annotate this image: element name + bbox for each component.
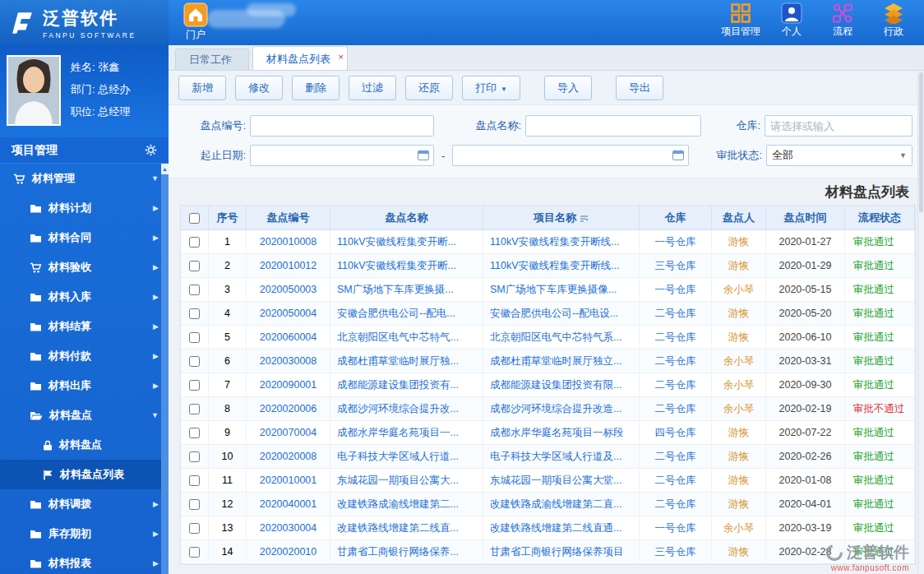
table-row[interactable]: 12020010008110kV安徽线程集变开断...110kV安徽线程集变开断… [181, 230, 915, 254]
topnav-item-2[interactable]: 流程 [817, 2, 868, 39]
cell-project[interactable]: 改建铁路成渝线增建第二直... [483, 493, 640, 516]
cell-name[interactable]: SM广场地下车库更换摄... [330, 278, 483, 301]
sidebar-item-2[interactable]: 材料合同▶ [0, 223, 169, 252]
cell-project[interactable]: 东城花园一期项目公寓大堂... [483, 469, 640, 492]
cell-code[interactable]: 2020030004 [247, 516, 330, 539]
row-checkbox[interactable] [189, 308, 200, 319]
cell-name[interactable]: 东城花园一期项目公寓大... [330, 469, 483, 492]
table-row[interactable]: 132020030004改建铁路线增建第二线直...改建铁路线增建第二线直通..… [181, 516, 915, 540]
cell-name[interactable]: 成都水岸华庭名苑项目一... [330, 421, 483, 444]
cell-warehouse[interactable]: 二号仓库 [640, 445, 712, 468]
cell-name[interactable]: 安徽合肥供电公司--配电... [330, 302, 483, 325]
row-checkbox[interactable] [189, 547, 200, 558]
sidebar-item-9[interactable]: 材料盘点 [0, 430, 169, 460]
cell-code[interactable]: 2020050004 [247, 302, 330, 325]
toolbar-button-0[interactable]: 新增 [178, 76, 226, 100]
sidebar-item-0[interactable]: 材料管理▼ [0, 164, 169, 193]
filter-approval-select[interactable]: 全部 ▼ [766, 145, 912, 166]
row-checkbox[interactable] [189, 428, 200, 438]
cell-warehouse[interactable]: 二号仓库 [640, 349, 712, 373]
scrollbar-thumb[interactable] [919, 72, 923, 212]
close-tab-icon[interactable]: × [339, 45, 344, 69]
cell-warehouse[interactable]: 一号仓库 [640, 278, 712, 301]
sidebar-item-10[interactable]: 材料盘点列表 [0, 460, 169, 489]
cell-warehouse[interactable]: 二号仓库 [640, 397, 712, 420]
cell-name[interactable]: 改建铁路线增建第二线直... [330, 516, 483, 539]
filter-date-end[interactable] [452, 145, 689, 166]
column-header-3[interactable]: 项目名称 [483, 206, 640, 229]
cell-name[interactable]: 成都杜甫草堂临时展厅独... [330, 349, 483, 373]
toolbar-button-5[interactable]: 打印▼ [462, 76, 520, 100]
table-row[interactable]: 112020010001东城花园一期项目公寓大...东城花园一期项目公寓大堂..… [181, 469, 915, 493]
cell-project[interactable]: 110kV安徽线程集变开断线... [483, 230, 640, 253]
cell-warehouse[interactable]: 二号仓库 [640, 302, 712, 325]
cell-name[interactable]: 甘肃省工商银行网络保养... [330, 540, 483, 563]
cell-project[interactable]: 安徽合肥供电公司--配电设... [483, 302, 640, 325]
cell-warehouse[interactable]: 二号仓库 [640, 326, 712, 349]
sidebar-item-13[interactable]: 材料报表▶ [0, 549, 169, 574]
toolbar-button-1[interactable]: 修改 [235, 76, 283, 100]
toolbar-button-4[interactable]: 还原 [405, 76, 453, 100]
cell-code[interactable]: 2020020008 [247, 445, 330, 468]
row-checkbox[interactable] [189, 356, 200, 367]
cell-project[interactable]: 甘肃省工商银行网络保养项目 [483, 540, 640, 563]
sidebar-item-11[interactable]: 材料调拨▶ [0, 489, 169, 519]
filter-name-input[interactable] [525, 115, 701, 137]
table-row[interactable]: 22020010012110kV安徽线程集变开断...110kV安徽线程集变开断… [181, 254, 915, 278]
cell-name[interactable]: 110kV安徽线程集变开断... [330, 254, 483, 277]
cell-warehouse[interactable]: 三号仓库 [640, 254, 712, 277]
table-row[interactable]: 122020040001改建铁路成渝线增建第二...改建铁路成渝线增建第二直..… [181, 493, 915, 516]
table-row[interactable]: 72020090001成都能源建设集团投资有...成都能源建设集团投资有限...… [181, 373, 915, 397]
toolbar-button-2[interactable]: 删除 [292, 76, 340, 100]
table-row[interactable]: 32020050003SM广场地下车库更换摄...SM广场地下车库更换摄像...… [181, 278, 915, 302]
sidebar-item-1[interactable]: 材料计划▶ [0, 193, 169, 223]
column-header-6[interactable]: 盘点时间 [766, 206, 845, 229]
row-checkbox[interactable] [189, 523, 200, 534]
toolbar-button-7[interactable]: 导出 [616, 76, 663, 100]
cell-warehouse[interactable]: 二号仓库 [640, 373, 712, 396]
table-row[interactable]: 92020070004成都水岸华庭名苑项目一...成都水岸华庭名苑项目一标段四号… [181, 421, 915, 445]
topnav-item-1[interactable]: 个人 [766, 2, 817, 39]
cell-code[interactable]: 2020060004 [247, 326, 330, 349]
table-row[interactable]: 42020050004安徽合肥供电公司--配电...安徽合肥供电公司--配电设.… [181, 302, 915, 326]
scrollbar-up-arrow-icon[interactable]: ▲ [161, 164, 169, 174]
tab-0[interactable]: 日常工作 [175, 49, 249, 70]
cell-warehouse[interactable]: 一号仓库 [640, 516, 712, 539]
sidebar-item-7[interactable]: 材料出库▶ [0, 371, 169, 400]
cell-name[interactable]: 110kV安徽线程集变开断... [330, 230, 483, 253]
row-checkbox[interactable] [189, 475, 200, 486]
column-header-0[interactable]: 序号 [209, 206, 247, 229]
row-checkbox[interactable] [189, 332, 200, 343]
cell-name[interactable]: 改建铁路成渝线增建第二... [330, 493, 483, 516]
row-checkbox[interactable] [189, 237, 200, 248]
toolbar-button-6[interactable]: 导入 [544, 76, 592, 100]
table-row[interactable]: 102020020008电子科技大学区域人行道...电子科技大学区域人行道及..… [181, 445, 915, 469]
row-checkbox[interactable] [189, 451, 200, 462]
topnav-item-3[interactable]: 行政 [868, 2, 919, 39]
sidebar-item-4[interactable]: 材料入库▶ [0, 282, 169, 312]
cell-code[interactable]: 2020040001 [247, 493, 330, 516]
column-header-1[interactable]: 盘点编号 [247, 206, 330, 229]
cell-code[interactable]: 2020010001 [247, 469, 330, 492]
cell-warehouse[interactable]: 二号仓库 [640, 493, 712, 516]
cell-warehouse[interactable]: 三号仓库 [640, 540, 712, 563]
cell-project[interactable]: 成都水岸华庭名苑项目一标段 [483, 421, 640, 444]
cell-project[interactable]: 成都杜甫草堂临时展厅独立... [483, 349, 640, 373]
sidebar-item-12[interactable]: 库存期初▶ [0, 519, 169, 549]
cell-code[interactable]: 2020070004 [247, 421, 330, 444]
table-row[interactable]: 52020060004北京朝阳区电气中芯特气...北京朝阳区电气中芯特气系...… [181, 326, 915, 349]
cell-project[interactable]: SM广场地下车库更换摄像... [483, 278, 640, 301]
gear-icon[interactable] [145, 144, 157, 156]
cell-warehouse[interactable]: 一号仓库 [640, 230, 712, 253]
cell-project[interactable]: 北京朝阳区电气中芯特气系... [483, 326, 640, 349]
cell-project[interactable]: 110kV安徽线程集变开断线... [483, 254, 640, 277]
sidebar-item-3[interactable]: 材料验收▶ [0, 252, 169, 282]
table-row[interactable]: 62020030008成都杜甫草堂临时展厅独...成都杜甫草堂临时展厅独立...… [181, 349, 915, 373]
cell-name[interactable]: 北京朝阳区电气中芯特气... [330, 326, 483, 349]
cell-code[interactable]: 2020010008 [247, 230, 330, 253]
column-header-4[interactable]: 仓库 [640, 206, 712, 229]
cell-project[interactable]: 成都沙河环境综合提升改造... [483, 397, 640, 420]
cell-code[interactable]: 2020030008 [247, 349, 330, 373]
sidebar-item-8[interactable]: 材料盘点▼ [0, 400, 169, 430]
cell-name[interactable]: 成都沙河环境综合提升改... [330, 397, 483, 420]
